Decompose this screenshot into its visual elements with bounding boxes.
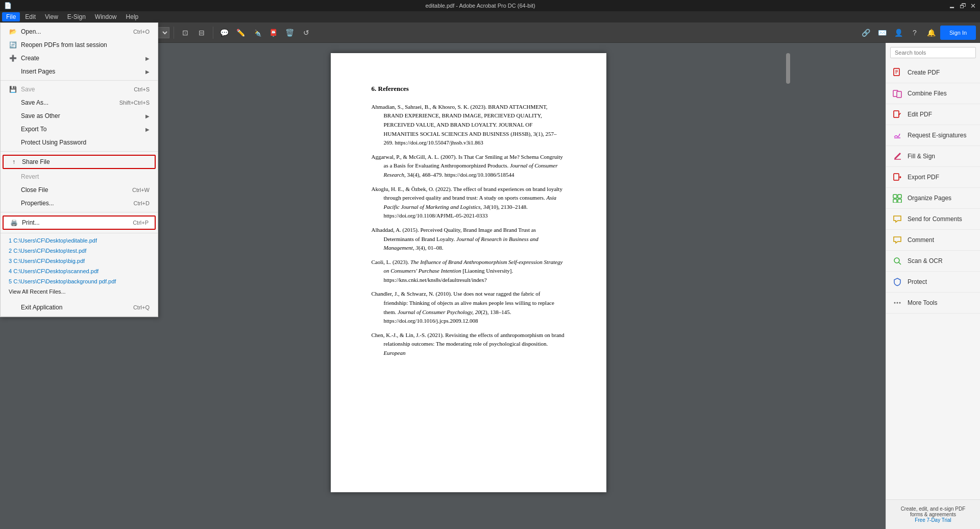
saveas-label: Save As... [21,99,48,106]
more-tools-label: More Tools [908,299,937,306]
menu-create[interactable]: ➕ Create ▶ [1,52,158,65]
footer-line2: forms & agreements [892,512,974,517]
email-button[interactable]: ✉️ [875,26,889,40]
more-tools-icon [892,298,902,308]
menu-esign[interactable]: E-Sign [63,12,90,21]
print-icon: 🖨️ [10,219,18,227]
scan-ocr-icon [892,256,902,266]
svg-rect-11 [898,195,901,198]
share-icon: ↑ [10,158,18,166]
svg-rect-12 [893,199,897,203]
menu-help[interactable]: Help [122,12,143,21]
dropdown-section-exit: Exit Application Ctrl+Q [1,299,158,317]
menu-insert-pages[interactable]: Insert Pages ▶ [1,65,158,78]
menu-view[interactable]: View [41,12,62,21]
menu-window[interactable]: Window [91,12,121,21]
references-heading: 6. References [372,84,566,94]
revert-icon [9,173,17,181]
menu-file[interactable]: File [2,12,20,21]
send-comments-icon [892,214,902,224]
footer-line1: Create, edit, and e-sign PDF [892,506,974,512]
send-comments-tool[interactable]: Send for Comments [886,209,980,230]
combine-files-tool[interactable]: Combine Files [886,83,980,104]
free-trial-link[interactable]: Free 7-Day Trial [915,517,951,523]
saveas-icon [9,99,17,107]
svg-point-18 [899,302,901,304]
svg-rect-13 [898,199,901,203]
stamp-button[interactable]: 📮 [266,26,281,40]
scrollbar-thumb[interactable] [786,53,790,84]
rotate-button[interactable]: ↺ [299,26,313,40]
menu-protect-pw[interactable]: Protect Using Password [1,136,158,149]
ref-2: Aggarwal, P., & McGill, A. L. (2007). Is… [372,153,566,180]
menu-save-as[interactable]: Save As... Shift+Ctrl+S [1,96,158,109]
draw-button[interactable]: ✒️ [250,26,264,40]
export-pdf-icon [892,172,902,182]
menu-share-file[interactable]: ↑ Share File [3,155,156,169]
menu-exit[interactable]: Exit Application Ctrl+Q [1,301,158,314]
fit-width-button[interactable]: ⊟ [194,26,209,40]
send-comments-label: Send for Comments [908,215,962,223]
request-esig-icon [892,130,902,140]
saveother-icon [9,112,17,120]
scan-ocr-tool[interactable]: Scan & OCR [886,251,980,272]
right-panel-footer: Create, edit, and e-sign PDF forms & agr… [886,499,980,529]
account-button[interactable]: 👤 [891,26,905,40]
export-pdf-tool[interactable]: Export PDF [886,167,980,188]
export-arrow: ▶ [145,127,150,132]
request-esig-tool[interactable]: Request E-signatures [886,125,980,146]
highlight-button[interactable]: ✏️ [234,26,248,40]
organize-pages-icon [892,193,902,203]
exit-shortcut: Ctrl+Q [133,304,150,310]
organize-pages-tool[interactable]: Organize Pages [886,188,980,209]
help-button[interactable]: ? [908,26,922,40]
sign-in-button[interactable]: Sign In [940,26,976,40]
saveas-shortcut: Shift+Ctrl+S [119,100,150,106]
restore-button[interactable]: 🗗 [960,2,966,10]
save-label: Save [21,86,35,93]
svg-point-14 [894,258,899,263]
recent-file-3[interactable]: 3 C:\Users\CF\Desktop\big.pdf [1,256,158,266]
minimize-button[interactable]: 🗕 [949,2,955,10]
menu-properties[interactable]: Properties... Ctrl+D [1,197,158,210]
menu-print[interactable]: 🖨️ Print... Ctrl+P [3,215,156,230]
recent-file-2[interactable]: 2 C:\Users\CF\Desktop\test.pdf [1,246,158,256]
fit-page-button[interactable]: ⊡ [178,26,192,40]
create-label: Create [21,55,39,62]
menu-export[interactable]: Export To ▶ [1,123,158,136]
recent-file-4[interactable]: 4 C:\Users\CF\Desktop\scanned.pdf [1,266,158,276]
comment-tool[interactable]: Comment [886,230,980,251]
create-icon: ➕ [9,54,17,62]
menu-reopen[interactable]: 🔄 Reopen PDFs from last session [1,38,158,52]
protect-icon [892,277,902,287]
recent-file-5[interactable]: 5 C:\Users\CF\Desktop\background pdf.pdf [1,276,158,286]
svg-rect-5 [897,91,901,98]
protect-tool[interactable]: Protect [886,272,980,293]
more-tools-tool[interactable]: More Tools [886,293,980,314]
menu-close-file[interactable]: Close File Ctrl+W [1,183,158,197]
close-button[interactable]: ✕ [970,2,976,10]
menu-save-other[interactable]: Save as Other ▶ [1,109,158,123]
exit-icon [9,303,17,311]
menu-bar: File Edit View E-Sign Window Help [0,11,980,22]
saveother-label: Save as Other [21,112,60,119]
edit-pdf-tool[interactable]: Edit PDF [886,104,980,125]
search-tools-input[interactable] [890,47,976,58]
view-all-recent[interactable]: View All Recent Files... [1,286,158,297]
notifications-button[interactable]: 🔔 [924,26,938,40]
create-pdf-tool[interactable]: Create PDF [886,62,980,83]
recent-files-section: 1 C:\Users\CF\Desktop\editable.pdf 2 C:\… [1,233,158,299]
comment-button[interactable]: 💬 [217,26,232,40]
ref-7: Chen, K.-J., & Lin, J.-S. (2021). Revisi… [372,331,566,358]
combine-files-icon [892,88,902,99]
recent-file-1[interactable]: 1 C:\Users\CF\Desktop\editable.pdf [1,235,158,246]
fill-sign-tool[interactable]: Fill & Sign [886,146,980,167]
title-bar-icon: 📄 [4,2,12,9]
delete-button[interactable]: 🗑️ [283,26,297,40]
menu-edit[interactable]: Edit [21,12,40,21]
exit-label: Exit Application [21,304,62,311]
svg-point-17 [897,302,898,304]
link-button[interactable]: 🔗 [859,26,873,40]
scrollbar-track[interactable] [785,43,791,529]
menu-open[interactable]: 📂 Open... Ctrl+O [1,25,158,38]
